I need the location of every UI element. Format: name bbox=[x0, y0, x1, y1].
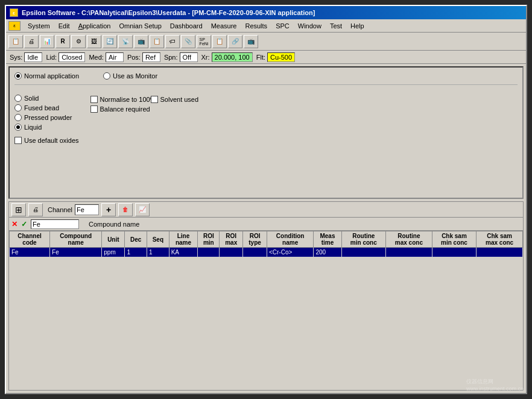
menu-application[interactable]: AApplicationpplication bbox=[75, 21, 115, 31]
toolbar-btn-1[interactable]: 📋 bbox=[8, 35, 23, 48]
cell-meas-time: 200 bbox=[314, 248, 341, 257]
menu-spc[interactable]: SPC bbox=[272, 21, 293, 31]
channel-delete-btn[interactable]: 🗑 bbox=[118, 203, 133, 216]
status-flt: Flt: Cu-500 bbox=[256, 52, 295, 62]
status-lid: Lid: Closed bbox=[46, 52, 85, 62]
lid-label: Lid: bbox=[46, 54, 57, 61]
cell-roi-min bbox=[198, 248, 220, 257]
toolbar-btn-2[interactable]: 🖨 bbox=[24, 35, 39, 48]
channel-print-btn[interactable]: 🖨 bbox=[28, 203, 43, 216]
cell-routine-min bbox=[341, 248, 385, 257]
cell-dec: 1 bbox=[125, 248, 147, 257]
toolbar-btn-r[interactable]: R bbox=[55, 35, 70, 48]
col-routine-max: Routinemax conc bbox=[386, 231, 432, 248]
toolbar-btn-3[interactable]: 📊 bbox=[40, 35, 54, 48]
checkboxes-column: Normalise to 100% Balance required Solve… bbox=[90, 96, 199, 131]
menu-dashboard[interactable]: Dashboard bbox=[166, 21, 206, 31]
title-bar: ε Epsilon Software - C:\PANalytical\Epsi… bbox=[6, 6, 526, 19]
cell-compound-name: Fe bbox=[50, 248, 102, 257]
pos-label: Pos: bbox=[127, 54, 141, 61]
toolbar-btn-chain[interactable]: 🔗 bbox=[228, 35, 242, 48]
cell-chk-min bbox=[432, 248, 476, 257]
liquid-label: Liquid bbox=[24, 124, 42, 131]
toolbar-btn-img[interactable]: 🖼 bbox=[87, 35, 101, 48]
menu-omnian-setup[interactable]: Omnian Setup bbox=[115, 21, 165, 31]
pressed-powder-label: Pressed powder bbox=[24, 114, 72, 121]
sample-types-column: Solid Fused bead Pressed powder Liq bbox=[14, 95, 72, 131]
menu-results[interactable]: Results bbox=[241, 21, 271, 31]
cell-condition-name: <Cr-Co> bbox=[267, 248, 313, 257]
col-condition-name: Conditionname bbox=[267, 231, 313, 248]
menu-edit[interactable]: Edit bbox=[55, 21, 74, 31]
cell-seq: 1 bbox=[147, 248, 169, 257]
toolbar-btn-gear[interactable]: ⚙ bbox=[71, 35, 86, 48]
normal-application-label: Normal application bbox=[24, 72, 79, 80]
pressed-powder-radio[interactable] bbox=[14, 114, 22, 121]
col-seq: Seq bbox=[147, 231, 169, 248]
toolbar-btn-clip2[interactable]: 📋 bbox=[212, 35, 227, 48]
toolbar-btn-screen[interactable]: 📺 bbox=[244, 35, 258, 48]
use-as-monitor-label: Use as Monitor bbox=[113, 72, 157, 80]
use-as-monitor-option[interactable]: Use as Monitor bbox=[103, 72, 157, 80]
fused-bead-radio[interactable] bbox=[14, 104, 22, 112]
toolbar-btn-signal[interactable]: 📡 bbox=[118, 35, 133, 48]
med-value: Air bbox=[106, 52, 124, 62]
fused-bead-label: Fused bead bbox=[24, 104, 59, 112]
menu-measure[interactable]: Measure bbox=[207, 21, 241, 31]
pressed-powder-option[interactable]: Pressed powder bbox=[14, 114, 72, 121]
confirm-edit-btn[interactable]: ✓ bbox=[21, 220, 27, 228]
channel-toolbar: ⊞ 🖨 Channel + 🗑 📈 bbox=[8, 201, 524, 217]
compound-edit-input[interactable] bbox=[31, 219, 79, 229]
toolbar-btn-link[interactable]: 📎 bbox=[181, 35, 195, 48]
solid-option[interactable]: Solid bbox=[14, 95, 72, 102]
col-meas-time: Meastime bbox=[314, 231, 341, 248]
solid-radio[interactable] bbox=[14, 95, 22, 102]
toolbar-btn-monitor[interactable]: 📺 bbox=[134, 35, 148, 48]
channel-table-btn[interactable]: ⊞ bbox=[11, 203, 26, 216]
spn-label: Spn: bbox=[164, 54, 178, 61]
toolbar-btn-refresh[interactable]: 🔄 bbox=[103, 35, 117, 48]
status-pos: Pos: Ref bbox=[127, 52, 160, 62]
channel-table-container: Channelcode Compoundname Unit Dec Seq Li… bbox=[8, 230, 524, 391]
cell-channel-code: Fe bbox=[10, 248, 50, 257]
channel-label: Channel bbox=[48, 206, 72, 213]
use-default-oxides-checkbox[interactable] bbox=[14, 137, 22, 144]
cell-roi-type bbox=[243, 248, 267, 257]
menu-window[interactable]: Window bbox=[294, 21, 325, 31]
use-default-oxides-option[interactable]: Use default oxides bbox=[14, 137, 518, 144]
med-label: Med: bbox=[89, 54, 103, 61]
app-icon: ε bbox=[10, 8, 18, 17]
balance-checkbox[interactable] bbox=[90, 105, 98, 113]
normal-application-radio[interactable] bbox=[14, 72, 22, 80]
col-roi-type: ROItype bbox=[243, 231, 267, 248]
normal-application-option[interactable]: Normal application bbox=[14, 72, 79, 80]
solvent-option[interactable]: Solvent used bbox=[151, 96, 199, 103]
menu-help[interactable]: Help bbox=[347, 21, 368, 31]
table-row[interactable]: Fe Fe ppm 1 1 KA <Cr-Co> 200 bbox=[10, 248, 523, 257]
toolbar-btn-tag[interactable]: 🏷 bbox=[165, 35, 180, 48]
solvent-checkbox[interactable] bbox=[151, 96, 158, 103]
cell-line-name: KA bbox=[169, 248, 198, 257]
menu-test[interactable]: Test bbox=[326, 21, 346, 31]
liquid-option[interactable]: Liquid bbox=[14, 124, 72, 131]
pos-value: Ref bbox=[142, 52, 160, 62]
toolbar-btn-clip[interactable]: 📋 bbox=[150, 35, 164, 48]
edit-row: ✕ ✓ Compound name bbox=[8, 217, 524, 230]
channel-add-btn[interactable]: + bbox=[101, 203, 116, 216]
toolbar-btn-spfeni[interactable]: SPFeNi bbox=[197, 35, 211, 48]
spn-value: Off bbox=[180, 52, 198, 62]
application-mode-row: Normal application Use as Monitor bbox=[14, 72, 518, 85]
balance-option[interactable]: Balance required bbox=[90, 105, 199, 113]
fused-bead-option[interactable]: Fused bead bbox=[14, 104, 72, 112]
normalise-checkbox[interactable] bbox=[90, 96, 98, 103]
use-as-monitor-radio[interactable] bbox=[103, 72, 110, 80]
window-title: Epsilon Software - C:\PANalytical\Epsilo… bbox=[22, 9, 315, 16]
cancel-edit-btn[interactable]: ✕ bbox=[11, 220, 17, 228]
solid-label: Solid bbox=[24, 95, 39, 102]
col-compound-name: Compoundname bbox=[50, 231, 102, 248]
menu-system[interactable]: System bbox=[24, 21, 54, 31]
status-bar: Sys: Idle Lid: Closed Med: Air Pos: Ref … bbox=[6, 51, 526, 64]
channel-chart-btn[interactable]: 📈 bbox=[135, 203, 150, 216]
channel-input[interactable] bbox=[75, 204, 99, 215]
liquid-radio[interactable] bbox=[14, 124, 22, 131]
